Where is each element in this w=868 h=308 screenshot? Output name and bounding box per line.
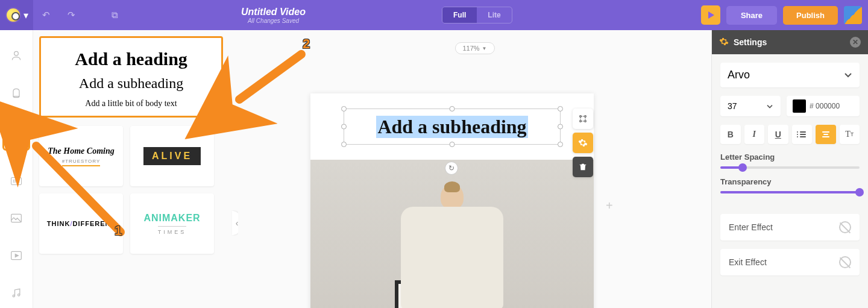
format-row: B I U TT <box>720 125 860 144</box>
resize-handle[interactable] <box>450 142 455 147</box>
project-title[interactable]: Untitled Video <box>241 7 306 17</box>
props-icon[interactable] <box>9 86 24 100</box>
person-figure <box>395 184 509 308</box>
redo-icon[interactable]: ↷ <box>58 0 84 30</box>
undo-icon[interactable]: ↶ <box>33 0 58 30</box>
list-button[interactable] <box>792 125 813 144</box>
annotation-number-2: 2 <box>303 36 310 52</box>
music-icon[interactable] <box>9 286 24 300</box>
text-object-selected[interactable]: Add a subheading <box>344 108 561 145</box>
chevron-down-icon: ▾ <box>24 10 28 21</box>
text-object-content[interactable]: Add a subheading <box>376 116 527 138</box>
enter-effect-label: Enter Effect <box>729 222 773 232</box>
italic-button[interactable]: I <box>744 125 765 144</box>
add-scene-button[interactable]: + <box>606 199 613 213</box>
copy-icon[interactable]: ⧉ <box>102 0 127 30</box>
canvas-area: 117% ▼ Add a subheading ↻ <box>238 30 711 308</box>
template-alive[interactable]: ALIVE <box>130 126 214 186</box>
font-select[interactable]: Arvo <box>720 63 860 87</box>
mode-lite-button[interactable]: Lite <box>477 7 511 23</box>
text-tool-icon[interactable]: T <box>2 123 30 151</box>
underline-button[interactable]: U <box>768 125 788 144</box>
text-transform-button[interactable]: TT <box>840 125 860 144</box>
letter-spacing-slider[interactable] <box>720 166 860 169</box>
svg-point-0 <box>14 51 19 55</box>
font-value: Arvo <box>728 69 750 81</box>
chevron-down-icon <box>766 101 773 111</box>
trash-icon[interactable] <box>573 157 593 177</box>
background-icon[interactable]: BG <box>9 174 24 188</box>
letter-spacing-label: Letter Spacing <box>720 152 860 162</box>
settings-title: Settings <box>734 37 767 47</box>
mode-full-button[interactable]: Full <box>442 7 477 23</box>
publish-button[interactable]: Publish <box>783 6 838 25</box>
svg-point-6 <box>585 116 587 118</box>
mode-toggle: Full Lite <box>442 7 512 24</box>
exit-effect-label: Exit Effect <box>729 257 767 267</box>
project-title-block: Untitled Video All Changes Saved <box>241 7 306 24</box>
align-center-button[interactable] <box>816 125 836 144</box>
svg-point-4 <box>18 294 20 296</box>
gear-icon <box>719 37 729 48</box>
template-think-different[interactable]: THINK/DIFFERENT <box>39 193 123 254</box>
preset-body[interactable]: Add a little bit of body text <box>47 99 215 108</box>
text-templates-panel: Add a heading Add a subheading Add a lit… <box>33 30 238 308</box>
color-picker[interactable]: # 000000 <box>787 96 860 116</box>
rotate-handle[interactable]: ↻ <box>445 162 458 175</box>
svg-point-7 <box>580 121 582 122</box>
user-avatar[interactable] <box>844 6 862 24</box>
color-swatch <box>793 99 806 113</box>
chevron-down-icon: ▼ <box>482 46 487 51</box>
settings-panel: Settings ✕ Arvo 37 # 000000 B I U <box>711 30 868 308</box>
transparency-slider[interactable] <box>720 191 860 193</box>
preset-heading[interactable]: Add a heading <box>47 49 215 69</box>
play-icon <box>708 11 714 19</box>
letter-spacing-control: Letter Spacing <box>720 152 860 169</box>
resize-handle[interactable] <box>450 106 455 112</box>
font-size-select[interactable]: 37 <box>720 96 781 116</box>
disabled-icon <box>839 221 851 233</box>
close-icon[interactable]: ✕ <box>850 37 861 48</box>
svg-point-3 <box>13 295 14 297</box>
zoom-control[interactable]: 117% ▼ <box>454 42 494 54</box>
hex-value: 000000 <box>816 102 840 110</box>
play-button[interactable] <box>701 5 720 25</box>
text-presets-card: Add a heading Add a subheading Add a lit… <box>39 36 223 118</box>
swap-icon[interactable] <box>573 108 593 129</box>
transparency-label: Transparency <box>720 177 860 186</box>
settings-header: Settings ✕ <box>712 30 868 54</box>
resize-handle[interactable] <box>558 124 563 130</box>
bold-button[interactable]: B <box>720 125 741 144</box>
background-image[interactable] <box>310 160 594 308</box>
template-home-coming[interactable]: The Home Coming #TRUESTORY <box>39 126 123 186</box>
resize-handle[interactable] <box>341 106 347 112</box>
resize-handle[interactable] <box>341 142 347 147</box>
font-size-value: 37 <box>728 101 737 111</box>
save-status: All Changes Saved <box>241 17 306 24</box>
chevron-down-icon <box>844 69 852 81</box>
gear-icon[interactable] <box>573 133 593 153</box>
image-icon[interactable] <box>9 211 24 225</box>
template-grid: The Home Coming #TRUESTORY ALIVE THINK/D… <box>39 126 214 254</box>
enter-effect-row[interactable]: Enter Effect <box>720 214 860 240</box>
exit-effect-row[interactable]: Exit Effect <box>720 249 860 275</box>
video-icon[interactable] <box>9 248 24 263</box>
svg-point-5 <box>580 116 582 118</box>
canvas[interactable]: Add a subheading <box>310 93 594 308</box>
annotation-number-1: 1 <box>115 223 122 239</box>
resize-handle[interactable] <box>558 142 563 147</box>
disabled-icon <box>839 256 851 268</box>
left-nav: T BG <box>0 30 33 308</box>
svg-point-8 <box>585 121 587 122</box>
share-button[interactable]: Share <box>726 6 777 25</box>
zoom-value: 117% <box>462 45 479 52</box>
characters-icon[interactable] <box>9 48 24 63</box>
template-animaker-times[interactable]: ANIMAKER TIMES <box>130 193 214 254</box>
resize-handle[interactable] <box>341 124 347 130</box>
app-logo[interactable]: ▾ <box>0 0 33 30</box>
resize-handle[interactable] <box>558 106 563 112</box>
preset-subheading[interactable]: Add a subheading <box>47 75 215 92</box>
object-actions <box>573 108 594 177</box>
app-header: ▾ ↶ ↷ ⧉ Untitled Video All Changes Saved… <box>0 0 868 30</box>
transparency-control: Transparency <box>720 177 860 193</box>
